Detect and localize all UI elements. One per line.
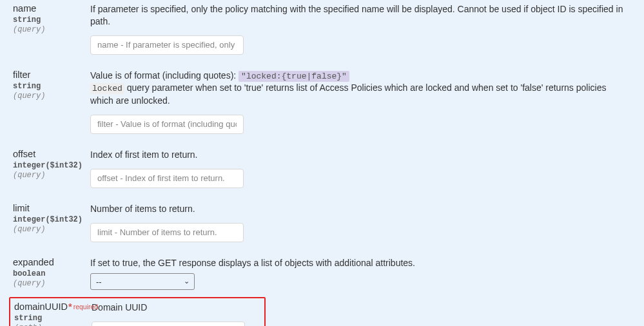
param-desc: If parameter is specified, only the poli… xyxy=(90,3,631,55)
name-input[interactable] xyxy=(90,35,244,55)
param-type: integer($int32) xyxy=(13,215,84,225)
param-desc: Value is of format (including quotes): "… xyxy=(90,70,631,134)
param-row-limit: limit integer($int32) (query) Number of … xyxy=(13,200,631,254)
filter-desc-prefix: Value is of format (including quotes): xyxy=(90,70,239,81)
parameters-panel: name string (query) If parameter is spec… xyxy=(0,0,644,326)
param-type: integer($int32) xyxy=(13,161,84,171)
param-meta: filter string (query) xyxy=(13,70,90,102)
param-label: expanded xyxy=(13,257,84,269)
offset-input[interactable] xyxy=(90,169,244,188)
expanded-select[interactable]: -- xyxy=(90,273,195,290)
param-label: filter xyxy=(13,70,84,82)
param-row-offset: offset integer($int32) (query) Index of … xyxy=(13,146,631,200)
required-label: required xyxy=(73,303,99,311)
param-row-filter: filter string (query) Value is of format… xyxy=(13,66,631,146)
param-label: limit xyxy=(13,203,84,215)
param-in: (path) xyxy=(14,323,85,326)
param-label: offset xyxy=(13,149,84,161)
param-meta: domainUUID*required string (path) xyxy=(14,302,92,326)
param-meta: limit integer($int32) (query) xyxy=(13,203,90,235)
param-meta: expanded boolean (query) xyxy=(13,257,90,289)
param-meta: name string (query) xyxy=(13,3,90,35)
param-desc-text: Value is of format (including quotes): "… xyxy=(90,70,631,107)
param-desc-text: If set to true, the GET response display… xyxy=(90,257,631,269)
filter-code-quote: "locked:{true|false}" xyxy=(239,71,349,82)
param-meta: offset integer($int32) (query) xyxy=(13,149,90,181)
param-desc: If set to true, the GET response display… xyxy=(90,257,631,291)
param-desc: Index of first item to return. xyxy=(90,149,631,188)
param-type: string xyxy=(14,314,85,323)
param-in: (query) xyxy=(13,279,84,289)
domainuuid-label: domainUUID xyxy=(14,302,68,312)
param-label: domainUUID*required xyxy=(14,302,85,314)
filter-desc-suffix: query parameter when set to 'true' retur… xyxy=(90,82,606,106)
filter-input[interactable] xyxy=(90,115,244,134)
param-in: (query) xyxy=(13,91,84,102)
param-desc-text: Domain UUID xyxy=(92,302,260,314)
expanded-select-wrap: -- ⌄ xyxy=(90,273,195,290)
param-desc-text: Index of first item to return. xyxy=(90,149,631,161)
param-in: (query) xyxy=(13,25,84,35)
param-type: string xyxy=(13,82,84,91)
param-row-expanded: expanded boolean (query) If set to true,… xyxy=(13,254,631,297)
param-desc: Domain UUID xyxy=(92,302,260,326)
highlight-domainuuid: domainUUID*required string (path) Domain… xyxy=(9,297,266,326)
param-label: name xyxy=(13,3,84,15)
param-desc: Number of items to return. xyxy=(90,203,631,242)
param-in: (query) xyxy=(13,225,84,235)
param-type: boolean xyxy=(13,269,84,279)
param-row-domainuuid: domainUUID*required string (path) Domain… xyxy=(14,302,260,326)
param-desc-text: Number of items to return. xyxy=(90,203,631,215)
param-desc-text: If parameter is specified, only the poli… xyxy=(90,3,631,28)
domainuuid-input[interactable] xyxy=(92,321,245,326)
param-in: (query) xyxy=(13,171,84,181)
filter-code-inline: locked xyxy=(90,83,124,94)
param-row-name: name string (query) If parameter is spec… xyxy=(13,0,631,66)
required-star: * xyxy=(68,302,72,312)
param-type: string xyxy=(13,15,84,25)
limit-input[interactable] xyxy=(90,223,244,242)
